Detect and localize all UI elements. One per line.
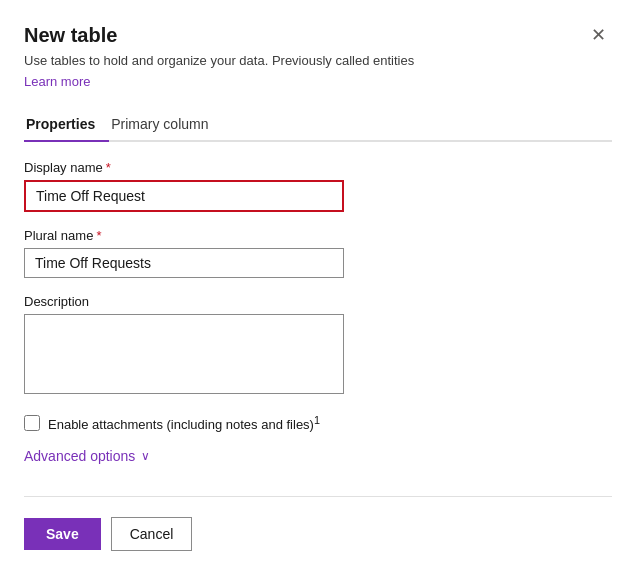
modal-container: New table ✕ Use tables to hold and organ…	[0, 0, 636, 588]
advanced-options-label: Advanced options	[24, 448, 135, 464]
description-textarea[interactable]	[24, 314, 344, 394]
attachments-checkbox-row: Enable attachments (including notes and …	[24, 414, 612, 432]
display-name-label: Display name*	[24, 160, 612, 175]
modal-description: Use tables to hold and organize your dat…	[24, 53, 612, 68]
learn-more-link[interactable]: Learn more	[24, 74, 90, 89]
modal-title: New table	[24, 24, 117, 47]
description-group: Description	[24, 294, 612, 398]
tab-properties[interactable]: Properties	[24, 108, 109, 142]
save-button[interactable]: Save	[24, 518, 101, 550]
footer-actions: Save Cancel	[24, 496, 612, 551]
cancel-button[interactable]: Cancel	[111, 517, 193, 551]
plural-name-group: Plural name*	[24, 228, 612, 278]
tab-primary-column[interactable]: Primary column	[109, 108, 222, 142]
display-name-group: Display name*	[24, 160, 612, 212]
plural-name-input[interactable]	[24, 248, 344, 278]
plural-name-label: Plural name*	[24, 228, 612, 243]
description-label: Description	[24, 294, 612, 309]
display-name-required: *	[106, 160, 111, 175]
attachments-label: Enable attachments (including notes and …	[48, 414, 320, 432]
close-button[interactable]: ✕	[585, 24, 612, 46]
tab-bar: Properties Primary column	[24, 108, 612, 142]
plural-name-required: *	[96, 228, 101, 243]
modal-header: New table ✕	[24, 24, 612, 47]
attachments-checkbox[interactable]	[24, 415, 40, 431]
chevron-down-icon: ∨	[141, 449, 150, 463]
advanced-options-button[interactable]: Advanced options ∨	[24, 448, 150, 464]
display-name-input[interactable]	[24, 180, 344, 212]
